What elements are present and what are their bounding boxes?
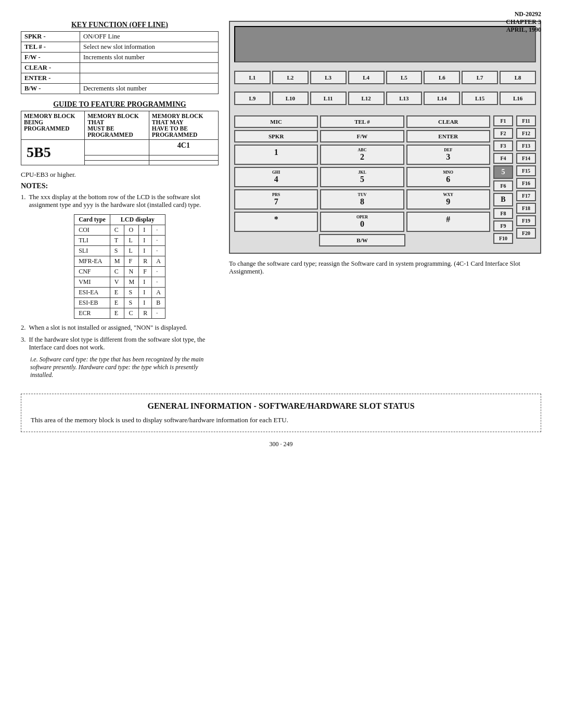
key-1[interactable]: 1 — [234, 145, 318, 165]
lcd-char: S — [110, 246, 124, 256]
f12-button[interactable]: F12 — [516, 128, 536, 139]
f20-button[interactable]: F20 — [516, 228, 536, 239]
table-row: ENTER - — [21, 73, 219, 84]
f18-button[interactable]: F18 — [516, 203, 536, 214]
l-button-12[interactable]: L12 — [348, 92, 385, 105]
table-row: SPKR - ON/OFF Line — [21, 32, 219, 42]
tel-button[interactable]: TEL # — [320, 115, 404, 128]
key-label: F/W - — [21, 53, 80, 63]
table-row: F/W - Increments slot number — [21, 53, 219, 63]
l-button-1[interactable]: L1 — [234, 71, 271, 84]
table-row: 5B5 4C1 — [21, 140, 219, 155]
keypad-row-bw: B/W — [234, 234, 490, 246]
lcd-char: · — [152, 267, 165, 277]
card-name: ECR — [74, 308, 110, 319]
l-button-10[interactable]: L10 — [272, 92, 309, 105]
mic-button[interactable]: MIC — [234, 115, 318, 128]
key-star[interactable]: * — [234, 212, 318, 232]
f19-button[interactable]: F19 — [516, 215, 536, 226]
general-info-text: This area of the memory block is used to… — [31, 416, 531, 424]
col-header: LCD display — [110, 215, 165, 225]
table-row: ESI-EA E S I A — [74, 288, 165, 298]
key-function-table: SPKR - ON/OFF Line TEL # - Select new sl… — [21, 31, 219, 94]
key-6[interactable]: MNO 6 — [406, 167, 490, 187]
l-button-9[interactable]: L9 — [234, 92, 271, 105]
l-button-15[interactable]: L15 — [462, 92, 498, 105]
lcd-char: I — [139, 298, 152, 308]
key-5[interactable]: JKL 5 — [320, 167, 404, 187]
table-row: TLI T L I · — [74, 236, 165, 246]
key-8[interactable]: TUV 8 — [320, 189, 404, 210]
key-9[interactable]: WXY 9 — [406, 189, 490, 210]
f17-button[interactable]: F17 — [516, 190, 536, 201]
lcd-char: N — [124, 267, 139, 277]
key-4[interactable]: GHI 4 — [234, 167, 318, 187]
key-desc: Increments slot number — [80, 53, 218, 63]
f15-button[interactable]: F15 — [516, 165, 536, 176]
f1-button[interactable]: F1 — [493, 115, 513, 126]
key-hash[interactable]: # — [406, 212, 490, 232]
bw-button[interactable]: B/W — [319, 234, 406, 246]
key-2[interactable]: ABC 2 — [320, 145, 404, 165]
l-button-4[interactable]: L4 — [348, 71, 385, 84]
enter-button[interactable]: ENTER — [406, 130, 490, 142]
lcd-char: S — [124, 298, 139, 308]
l-button-13[interactable]: L13 — [386, 92, 423, 105]
f2-button[interactable]: F2 — [493, 128, 513, 139]
keypad-row-5: PRS 7 TUV 8 WXY 9 — [234, 189, 490, 210]
key-label: B/W - — [21, 84, 80, 94]
keypad-row-3: 1 ABC 2 DEF 3 — [234, 145, 490, 165]
table-row: COI C O I · — [74, 225, 165, 236]
l-button-6[interactable]: L6 — [424, 71, 460, 84]
lcd-char: E — [110, 288, 124, 298]
lcd-char: F — [124, 256, 139, 267]
table-row: VMI V M I · — [74, 277, 165, 288]
key-label: SPKR - — [21, 32, 80, 42]
f16-button[interactable]: F16 — [516, 178, 536, 189]
keypad-main: MIC TEL # CLEAR SPKR F/W ENTER 1 — [234, 115, 490, 249]
f6-button[interactable]: F6 — [493, 180, 513, 191]
header-line1: ND-20292 — [506, 10, 541, 18]
notes-title: NOTES: — [21, 182, 219, 190]
l-button-3[interactable]: L3 — [310, 71, 347, 84]
lcd-char: I — [139, 246, 152, 256]
l-button-7[interactable]: L7 — [462, 71, 498, 84]
lcd-char: C — [124, 308, 139, 319]
l-button-8[interactable]: L8 — [500, 71, 536, 84]
f5-special[interactable]: 5 — [493, 165, 513, 179]
lcd-char: · — [152, 246, 165, 256]
l-button-2[interactable]: L2 — [272, 71, 309, 84]
l-button-11[interactable]: L11 — [310, 92, 347, 105]
card-name: ESI-EB — [74, 298, 110, 308]
f10-button[interactable]: F10 — [493, 233, 513, 244]
f7-b-special[interactable]: B — [493, 193, 513, 206]
l-button-14[interactable]: L14 — [424, 92, 460, 105]
f13-button[interactable]: F13 — [516, 140, 536, 151]
clear-button[interactable]: CLEAR — [406, 115, 490, 128]
col-header: MEMORY BLOCK THAT MAYHAVE TO BE PROGRAMM… — [149, 111, 218, 140]
feature-table: MEMORY BLOCK BEINGPROGRAMMED MEMORY BLOC… — [21, 111, 219, 165]
f-buttons-far: F11 F12 F13 F14 F15 F16 F17 F18 F19 F20 — [516, 115, 536, 249]
lcd-char: · — [152, 277, 165, 288]
f3-button[interactable]: F3 — [493, 140, 513, 151]
f4-button[interactable]: F4 — [493, 153, 513, 164]
f11-button[interactable]: F11 — [516, 115, 536, 126]
lcd-char: · — [152, 225, 165, 236]
l-button-16[interactable]: L16 — [500, 92, 536, 105]
fw-button[interactable]: F/W — [320, 130, 404, 142]
spkr-button[interactable]: SPKR — [234, 130, 318, 142]
cpu-note: CPU-EB3 or higher. — [21, 171, 219, 179]
key-3[interactable]: DEF 3 — [406, 145, 490, 165]
f9-button[interactable]: F9 — [493, 220, 513, 231]
key-0[interactable]: OPER 0 — [320, 212, 404, 232]
l-button-5[interactable]: L5 — [386, 71, 423, 84]
f14-button[interactable]: F14 — [516, 153, 536, 164]
feature-4c1-value: 4C1 — [149, 140, 218, 155]
page-header: ND-20292 CHAPTER 3 APRIL, 1990 — [506, 10, 541, 34]
key-7[interactable]: PRS 7 — [234, 189, 318, 210]
header-line3: APRIL, 1990 — [506, 26, 541, 34]
table-row: Card type LCD display — [74, 215, 165, 225]
lcd-char: · — [152, 236, 165, 246]
note-1-text: The xxx display at the bottom row of the… — [29, 193, 219, 209]
f8-button[interactable]: F8 — [493, 208, 513, 219]
